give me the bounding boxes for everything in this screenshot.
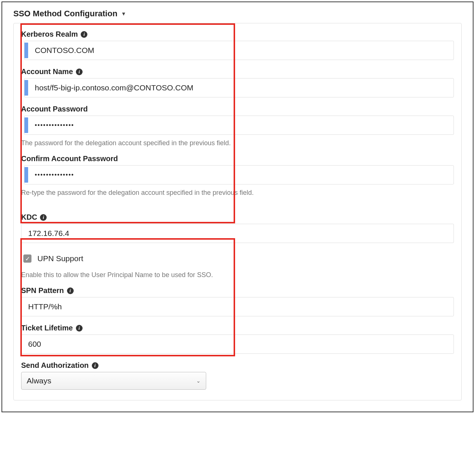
chevron-down-icon: ⌄: [196, 378, 201, 384]
field-confirm-password: Confirm Account Password Re-type the pas…: [21, 154, 454, 197]
confirm-password-input-wrap: [24, 165, 454, 184]
label-text: Kerberos Realm: [21, 30, 78, 39]
kerberos-realm-label: Kerberos Realm i: [21, 30, 454, 39]
field-send-authorization: Send Authorization i Always ⌄: [21, 361, 454, 390]
send-authorization-select[interactable]: Always ⌄: [21, 372, 206, 390]
required-indicator: [24, 117, 28, 133]
account-password-label: Account Password: [21, 105, 454, 113]
account-name-input[interactable]: [28, 79, 454, 97]
required-indicator: [24, 43, 28, 58]
field-kdc: KDC i: [21, 213, 454, 243]
required-indicator: [24, 167, 28, 183]
caret-down-icon: ▼: [121, 11, 126, 17]
field-kerberos-realm: Kerberos Realm i: [21, 30, 454, 60]
section-toggle[interactable]: SSO Method Configuration ▼: [13, 9, 462, 19]
upn-support-helper: Enable this to allow the User Principal …: [21, 271, 454, 279]
upn-support-checkbox[interactable]: ✓: [23, 254, 31, 263]
label-text: SPN Pattern: [21, 286, 64, 295]
kdc-input-wrap: [21, 224, 454, 243]
sso-config-page: SSO Method Configuration ▼ Kerberos Real…: [1, 1, 474, 412]
config-panel: Kerberos Realm i Account Name i Account …: [13, 23, 462, 400]
section-title-text: SSO Method Configuration: [13, 9, 117, 19]
info-icon[interactable]: i: [76, 325, 83, 332]
confirm-password-input[interactable]: [28, 166, 454, 184]
kdc-input[interactable]: [21, 224, 454, 243]
info-icon[interactable]: i: [92, 362, 98, 369]
account-password-input[interactable]: [28, 116, 454, 134]
spn-pattern-input-wrap: [21, 297, 454, 316]
upn-support-label: UPN Support: [37, 254, 83, 263]
info-icon[interactable]: i: [40, 214, 47, 221]
ticket-lifetime-input-wrap: [21, 334, 454, 354]
spn-pattern-label: SPN Pattern i: [21, 286, 454, 295]
label-text: Account Password: [21, 105, 88, 113]
field-account-password: Account Password The password for the de…: [21, 105, 454, 147]
label-text: Confirm Account Password: [21, 154, 118, 163]
send-authorization-value: Always: [27, 376, 51, 385]
ticket-lifetime-label: Ticket Lifetime i: [21, 324, 454, 332]
account-name-label: Account Name i: [21, 67, 454, 76]
confirm-password-helper: Re-type the password for the delegation …: [21, 189, 454, 197]
field-account-name: Account Name i: [21, 67, 454, 97]
kerberos-realm-input-wrap: [24, 41, 454, 60]
field-spn-pattern: SPN Pattern i: [21, 286, 454, 316]
label-text: Ticket Lifetime: [21, 324, 73, 332]
account-password-helper: The password for the delegation account …: [21, 139, 454, 147]
send-authorization-label: Send Authorization i: [21, 361, 454, 370]
account-name-input-wrap: [24, 78, 454, 97]
spn-pattern-input[interactable]: [21, 297, 454, 316]
label-text: Account Name: [21, 67, 73, 76]
field-upn-support: ✓ UPN Support Enable this to allow the U…: [21, 250, 454, 279]
ticket-lifetime-input[interactable]: [21, 335, 454, 353]
label-text: Send Authorization: [21, 361, 89, 370]
label-text: KDC: [21, 213, 37, 222]
upn-checkbox-row: ✓ UPN Support: [21, 250, 454, 267]
info-icon[interactable]: i: [67, 287, 74, 294]
confirm-password-label: Confirm Account Password: [21, 154, 454, 163]
required-indicator: [24, 80, 28, 96]
kdc-label: KDC i: [21, 213, 454, 222]
kerberos-realm-input[interactable]: [28, 41, 454, 60]
field-ticket-lifetime: Ticket Lifetime i: [21, 324, 454, 354]
account-password-input-wrap: [24, 116, 454, 135]
info-icon[interactable]: i: [76, 69, 83, 75]
info-icon[interactable]: i: [81, 31, 87, 38]
